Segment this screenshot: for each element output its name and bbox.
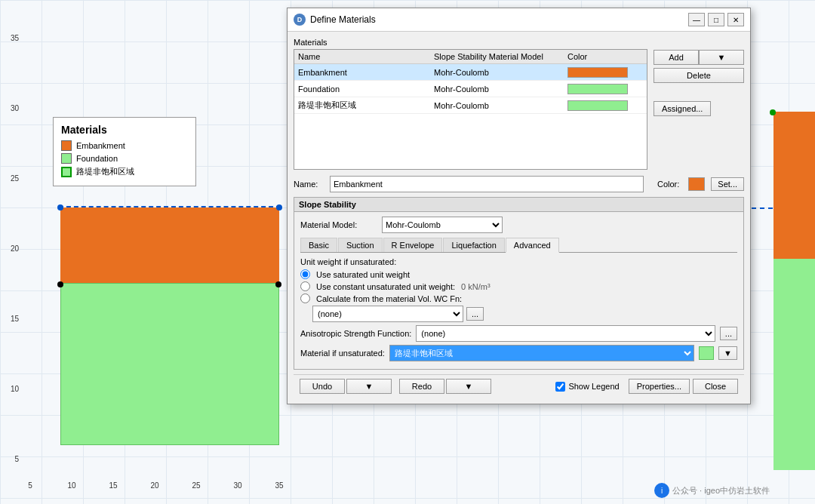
unit-weight-label: Unit weight if unsaturated: <box>300 257 737 266</box>
dialog-define-materials: D Define Materials — □ ✕ Materials Name … <box>287 8 751 404</box>
slope-stability-content: Material Model: Mohr-Coulomb Basic Sucti… <box>294 212 743 369</box>
tab-r-envelope[interactable]: R Envelope <box>383 238 443 252</box>
legend-item-unsaturated: 路堤非饱和区域 <box>61 166 188 177</box>
row-color-unsaturated <box>567 100 643 111</box>
legend-color-foundation <box>61 153 72 164</box>
properties-button[interactable]: Properties... <box>629 379 690 394</box>
unit-value-constant: 0 kN/m³ <box>461 282 491 291</box>
name-input[interactable] <box>330 176 644 192</box>
radio-constant: Use constant unsaturated unit weight: 0 … <box>300 281 737 291</box>
none-dropdown-row: (none) ... <box>312 306 737 322</box>
legend-color-embankment <box>61 140 72 151</box>
close-dialog-button[interactable]: ✕ <box>727 13 744 26</box>
model-row: Material Model: Mohr-Coulomb <box>300 217 737 233</box>
dot-right <box>276 204 282 211</box>
row-model-embankment: Mohr-Coulomb <box>434 68 567 77</box>
none-dropdown-btn[interactable]: ... <box>466 307 484 321</box>
dialog-footer: Undo ▼ Redo ▼ Show Legend Properties... … <box>294 374 744 398</box>
dialog-title: Define Materials <box>310 14 688 25</box>
tabs: Basic Suction R Envelope Liquefaction Ad… <box>300 238 737 253</box>
dialog-controls: — □ ✕ <box>688 13 744 26</box>
material-unsaturated-label: Material if unsaturated: <box>300 349 385 358</box>
dialog-body: Materials Name Slope Stability Material … <box>288 32 750 404</box>
swatch-embankment <box>567 67 628 78</box>
watermark-icon: i <box>654 483 669 498</box>
model-label: Material Model: <box>300 220 376 229</box>
add-button[interactable]: Add <box>654 50 699 65</box>
tab-liquefaction[interactable]: Liquefaction <box>443 238 504 252</box>
radio-saturated-label: Use saturated unit weight <box>316 270 410 279</box>
table-row-embankment[interactable]: Embankment Mohr-Coulomb <box>294 64 647 81</box>
black-dot-left-bottom <box>57 281 63 287</box>
show-legend-row: Show Legend <box>555 382 619 392</box>
material-unsaturated-select[interactable]: 路堤非饱和区域 <box>389 345 694 361</box>
tab-advanced[interactable]: Advanced <box>506 238 559 253</box>
maximize-button[interactable]: □ <box>708 13 724 26</box>
col-header-color: Color <box>567 52 643 61</box>
minimize-button[interactable]: — <box>688 13 705 26</box>
slope-stability-title: Slope Stability <box>294 198 743 212</box>
radio-saturated-input[interactable] <box>300 269 310 279</box>
swatch-foundation <box>567 84 628 94</box>
right-embankment <box>773 112 815 259</box>
name-label: Name: <box>294 180 324 189</box>
right-foundation <box>773 259 815 470</box>
material-unsaturated-row: Material if unsaturated: 路堤非饱和区域 ▼ <box>300 345 737 361</box>
table-row-unsaturated[interactable]: 路堤非饱和区域 Mohr-Coulomb <box>294 97 647 114</box>
col-header-name: Name <box>298 52 434 61</box>
legend-box: Materials Embankment Foundation 路堤非饱和区域 <box>53 117 196 186</box>
show-legend-checkbox[interactable] <box>555 382 565 392</box>
close-button[interactable]: Close <box>693 379 738 394</box>
redo-button[interactable]: Redo <box>399 379 444 394</box>
materials-section-label: Materials <box>294 38 647 47</box>
delete-button[interactable]: Delete <box>654 68 744 83</box>
none-select[interactable]: (none) <box>312 306 463 322</box>
undo-button[interactable]: Undo <box>300 379 345 394</box>
color-swatch-inline <box>688 177 705 191</box>
dialog-titlebar: D Define Materials — □ ✕ <box>288 8 750 32</box>
material-unsaturated-dropdown[interactable]: ▼ <box>718 346 737 360</box>
undo-dropdown[interactable]: ▼ <box>346 379 392 394</box>
anisotropic-select[interactable]: (none) <box>416 325 715 342</box>
watermark: i 公众号 · igeo中仿岩土软件 <box>654 483 770 498</box>
row-name-unsaturated: 路堤非饱和区域 <box>298 100 434 111</box>
anisotropic-row: Anisotropic Strength Function: (none) ..… <box>300 325 737 342</box>
radio-constant-input[interactable] <box>300 281 310 291</box>
assigned-button[interactable]: Assigned... <box>654 101 711 116</box>
swatch-unsaturated <box>567 100 628 111</box>
row-model-unsaturated: Mohr-Coulomb <box>434 101 567 110</box>
black-dot-right-bottom <box>275 281 281 287</box>
col-header-model: Slope Stability Material Model <box>434 52 567 61</box>
line-top <box>59 206 281 207</box>
top-point <box>770 109 776 115</box>
embankment-shape <box>60 207 279 283</box>
anisotropic-label: Anisotropic Strength Function: <box>300 329 411 338</box>
table-header: Name Slope Stability Material Model Colo… <box>294 50 647 64</box>
row-color-foundation <box>567 84 643 94</box>
legend-title: Materials <box>61 124 188 136</box>
materials-table[interactable]: Name Slope Stability Material Model Colo… <box>294 49 647 170</box>
legend-item-embankment: Embankment <box>61 140 188 151</box>
radio-calculate-input[interactable] <box>300 293 310 303</box>
radio-saturated: Use saturated unit weight <box>300 269 737 279</box>
tab-suction[interactable]: Suction <box>338 238 383 252</box>
radio-constant-label: Use constant unsaturated unit weight: <box>316 282 455 291</box>
add-dropdown-button[interactable]: ▼ <box>699 50 744 65</box>
anisotropic-btn[interactable]: ... <box>720 327 737 340</box>
model-select[interactable]: Mohr-Coulomb <box>382 217 503 233</box>
row-color-embankment <box>567 67 643 78</box>
row-name-embankment: Embankment <box>298 68 434 77</box>
watermark-text: 公众号 · igeo中仿岩土软件 <box>672 485 770 496</box>
row-name-foundation: Foundation <box>298 85 434 94</box>
legend-label-foundation: Foundation <box>76 154 118 163</box>
redo-dropdown[interactable]: ▼ <box>446 379 491 394</box>
legend-color-unsaturated <box>61 167 72 177</box>
tab-basic[interactable]: Basic <box>300 238 337 252</box>
set-color-button[interactable]: Set... <box>711 177 744 191</box>
foundation-shape <box>60 283 279 445</box>
color-label: Color: <box>657 180 679 189</box>
table-row-foundation[interactable]: Foundation Mohr-Coulomb <box>294 81 647 97</box>
legend-label-embankment: Embankment <box>76 141 125 150</box>
dot-left <box>57 204 63 211</box>
radio-calculate: Calculate from the material Vol. WC Fn: <box>300 293 737 303</box>
